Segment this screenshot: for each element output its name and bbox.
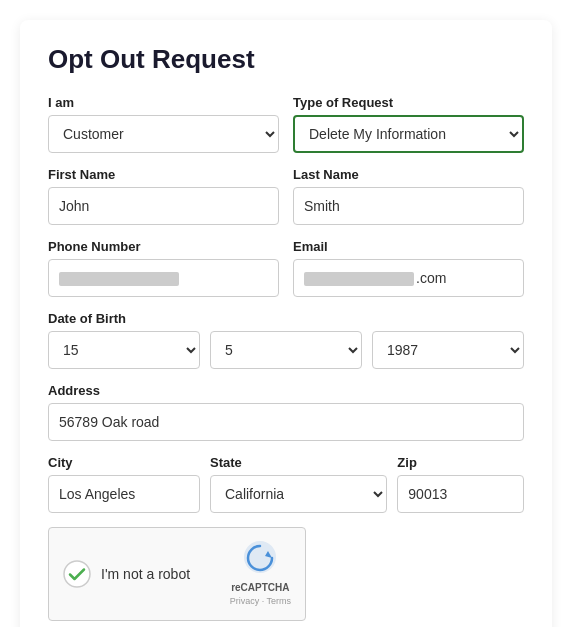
first-name-group: First Name xyxy=(48,167,279,225)
row-names: First Name Last Name xyxy=(48,167,524,225)
zip-group: Zip xyxy=(397,455,524,513)
dob-month-group: 5 xyxy=(210,331,362,369)
type-of-request-select[interactable]: Delete My Information xyxy=(293,115,524,153)
svg-point-0 xyxy=(64,561,90,587)
last-name-label: Last Name xyxy=(293,167,524,182)
phone-input-display[interactable] xyxy=(48,259,279,297)
email-input-display[interactable]: .com xyxy=(293,259,524,297)
email-group: Email .com xyxy=(293,239,524,297)
city-input[interactable] xyxy=(48,475,200,513)
row-city-state-zip: City State California Zip xyxy=(48,455,524,513)
row-i-am-type: I am Customer Type of Request Delete My … xyxy=(48,95,524,153)
email-label: Email xyxy=(293,239,524,254)
address-label: Address xyxy=(48,383,524,398)
phone-group: Phone Number xyxy=(48,239,279,297)
last-name-group: Last Name xyxy=(293,167,524,225)
dob-section: Date of Birth 15 5 1987 xyxy=(48,311,524,369)
row-phone-email: Phone Number Email .com xyxy=(48,239,524,297)
city-group: City xyxy=(48,455,200,513)
zip-input[interactable] xyxy=(397,475,524,513)
dob-label: Date of Birth xyxy=(48,311,524,326)
last-name-input[interactable] xyxy=(293,187,524,225)
state-group: State California xyxy=(210,455,387,513)
address-input[interactable] xyxy=(48,403,524,441)
email-suffix: .com xyxy=(416,270,446,286)
recaptcha-brand: reCAPTCHA xyxy=(231,581,289,594)
type-of-request-label: Type of Request xyxy=(293,95,524,110)
captcha-label: I'm not a robot xyxy=(101,566,190,582)
dob-year-group: 1987 xyxy=(372,331,524,369)
i-am-label: I am xyxy=(48,95,279,110)
recaptcha-sub: Privacy · Terms xyxy=(230,596,291,608)
city-label: City xyxy=(48,455,200,470)
captcha-right: reCAPTCHA Privacy · Terms xyxy=(230,540,291,608)
captcha-left: I'm not a robot xyxy=(63,560,190,588)
dob-month-select[interactable]: 5 xyxy=(210,331,362,369)
captcha-box[interactable]: I'm not a robot reCAPTCHA Privacy · Term… xyxy=(48,527,306,621)
state-label: State xyxy=(210,455,387,470)
dob-year-select[interactable]: 1987 xyxy=(372,331,524,369)
phone-blur xyxy=(59,272,179,286)
form-container: Opt Out Request I am Customer Type of Re… xyxy=(20,20,552,627)
dob-day-select[interactable]: 15 xyxy=(48,331,200,369)
type-of-request-group: Type of Request Delete My Information xyxy=(293,95,524,153)
recaptcha-icon xyxy=(243,540,277,579)
dob-day-group: 15 xyxy=(48,331,200,369)
state-select[interactable]: California xyxy=(210,475,387,513)
email-blur xyxy=(304,272,414,286)
phone-label: Phone Number xyxy=(48,239,279,254)
i-am-group: I am Customer xyxy=(48,95,279,153)
dob-row: 15 5 1987 xyxy=(48,331,524,369)
first-name-input[interactable] xyxy=(48,187,279,225)
i-am-select[interactable]: Customer xyxy=(48,115,279,153)
page-title: Opt Out Request xyxy=(48,44,524,75)
address-section: Address xyxy=(48,383,524,441)
first-name-label: First Name xyxy=(48,167,279,182)
captcha-checkmark-icon xyxy=(63,560,91,588)
zip-label: Zip xyxy=(397,455,524,470)
